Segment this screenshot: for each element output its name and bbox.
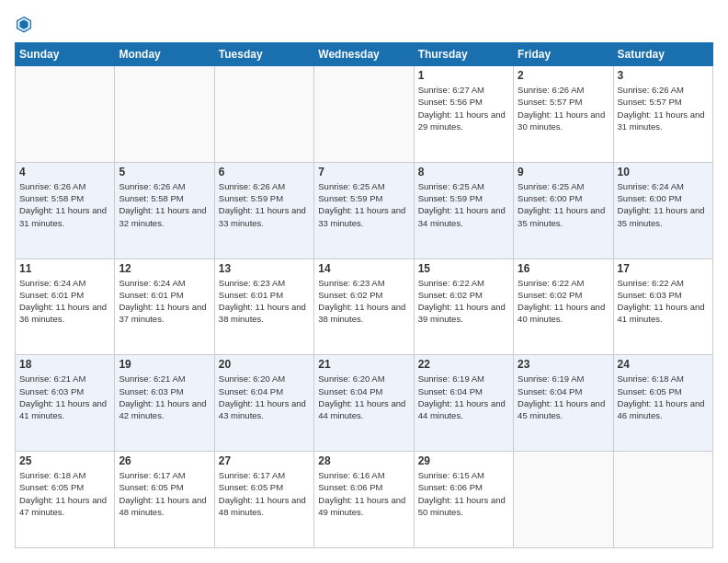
- calendar-week-row: 11Sunrise: 6:24 AM Sunset: 6:01 PM Dayli…: [16, 259, 713, 355]
- day-number: 23: [518, 358, 609, 371]
- calendar-week-row: 1Sunrise: 6:27 AM Sunset: 5:56 PM Daylig…: [16, 66, 713, 163]
- day-number: 19: [119, 358, 210, 371]
- calendar-cell: 28Sunrise: 6:16 AM Sunset: 6:06 PM Dayli…: [314, 452, 414, 548]
- calendar-cell: 23Sunrise: 6:19 AM Sunset: 6:04 PM Dayli…: [514, 355, 613, 452]
- day-number: 12: [119, 262, 210, 275]
- day-number: 25: [19, 454, 110, 467]
- day-number: 17: [618, 262, 709, 275]
- cell-info: Sunrise: 6:18 AM Sunset: 6:05 PM Dayligh…: [618, 373, 709, 421]
- day-of-week-header: Thursday: [414, 43, 513, 66]
- day-number: 15: [418, 262, 509, 275]
- calendar-cell: 5Sunrise: 6:26 AM Sunset: 5:58 PM Daylig…: [115, 162, 214, 259]
- cell-info: Sunrise: 6:26 AM Sunset: 5:58 PM Dayligh…: [19, 180, 110, 229]
- svg-marker-1: [19, 19, 28, 29]
- day-of-week-header: Sunday: [16, 43, 115, 66]
- calendar-cell: 20Sunrise: 6:20 AM Sunset: 6:04 PM Dayli…: [214, 355, 313, 452]
- calendar-cell: 1Sunrise: 6:27 AM Sunset: 5:56 PM Daylig…: [414, 66, 513, 163]
- calendar-cell: 11Sunrise: 6:24 AM Sunset: 6:01 PM Dayli…: [16, 259, 115, 355]
- cell-info: Sunrise: 6:22 AM Sunset: 6:02 PM Dayligh…: [518, 277, 609, 326]
- day-of-week-header: Monday: [115, 43, 214, 66]
- cell-info: Sunrise: 6:17 AM Sunset: 6:05 PM Dayligh…: [219, 469, 310, 518]
- day-number: 27: [219, 454, 310, 467]
- calendar-cell: 10Sunrise: 6:24 AM Sunset: 6:00 PM Dayli…: [613, 162, 712, 259]
- cell-info: Sunrise: 6:24 AM Sunset: 6:01 PM Dayligh…: [19, 277, 110, 326]
- cell-info: Sunrise: 6:26 AM Sunset: 5:57 PM Dayligh…: [518, 84, 609, 132]
- day-number: 26: [119, 454, 210, 467]
- cell-info: Sunrise: 6:25 AM Sunset: 5:59 PM Dayligh…: [418, 180, 509, 229]
- cell-info: Sunrise: 6:19 AM Sunset: 6:04 PM Dayligh…: [418, 373, 509, 421]
- day-number: 16: [518, 262, 609, 275]
- cell-info: Sunrise: 6:24 AM Sunset: 6:01 PM Dayligh…: [119, 277, 210, 326]
- cell-info: Sunrise: 6:26 AM Sunset: 5:58 PM Dayligh…: [119, 180, 210, 229]
- day-number: 24: [618, 358, 709, 371]
- calendar-cell: 22Sunrise: 6:19 AM Sunset: 6:04 PM Dayli…: [414, 355, 513, 452]
- day-number: 4: [19, 166, 110, 178]
- calendar-header-row: SundayMondayTuesdayWednesdayThursdayFrid…: [16, 43, 713, 66]
- cell-info: Sunrise: 6:27 AM Sunset: 5:56 PM Dayligh…: [418, 84, 509, 132]
- cell-info: Sunrise: 6:15 AM Sunset: 6:06 PM Dayligh…: [418, 469, 509, 518]
- calendar-cell: 17Sunrise: 6:22 AM Sunset: 6:03 PM Dayli…: [613, 259, 712, 355]
- day-number: 10: [618, 166, 709, 178]
- calendar-week-row: 18Sunrise: 6:21 AM Sunset: 6:03 PM Dayli…: [16, 355, 713, 452]
- day-of-week-header: Friday: [514, 43, 613, 66]
- cell-info: Sunrise: 6:17 AM Sunset: 6:05 PM Dayligh…: [119, 469, 210, 518]
- calendar-cell: 2Sunrise: 6:26 AM Sunset: 5:57 PM Daylig…: [514, 66, 613, 163]
- day-number: 8: [418, 166, 509, 178]
- calendar-cell: 14Sunrise: 6:23 AM Sunset: 6:02 PM Dayli…: [314, 259, 414, 355]
- calendar-cell: 8Sunrise: 6:25 AM Sunset: 5:59 PM Daylig…: [414, 162, 513, 259]
- calendar-cell: 9Sunrise: 6:25 AM Sunset: 6:00 PM Daylig…: [514, 162, 613, 259]
- day-number: 28: [318, 454, 409, 467]
- day-of-week-header: Tuesday: [214, 43, 313, 66]
- cell-info: Sunrise: 6:24 AM Sunset: 6:00 PM Dayligh…: [618, 180, 709, 229]
- calendar-cell: [314, 66, 414, 163]
- calendar-cell: 4Sunrise: 6:26 AM Sunset: 5:58 PM Daylig…: [16, 162, 115, 259]
- day-number: 3: [618, 69, 709, 82]
- cell-info: Sunrise: 6:26 AM Sunset: 5:59 PM Dayligh…: [219, 180, 310, 229]
- cell-info: Sunrise: 6:23 AM Sunset: 6:02 PM Dayligh…: [318, 277, 409, 326]
- calendar-cell: 19Sunrise: 6:21 AM Sunset: 6:03 PM Dayli…: [115, 355, 214, 452]
- page: SundayMondayTuesdayWednesdayThursdayFrid…: [0, 0, 728, 563]
- calendar-cell: 21Sunrise: 6:20 AM Sunset: 6:04 PM Dayli…: [314, 355, 414, 452]
- day-number: 13: [219, 262, 310, 275]
- cell-info: Sunrise: 6:23 AM Sunset: 6:01 PM Dayligh…: [219, 277, 310, 326]
- cell-info: Sunrise: 6:21 AM Sunset: 6:03 PM Dayligh…: [19, 373, 110, 421]
- day-number: 7: [318, 166, 409, 178]
- calendar-cell: [115, 66, 214, 163]
- day-number: 11: [19, 262, 110, 275]
- logo-icon: [15, 15, 33, 33]
- cell-info: Sunrise: 6:16 AM Sunset: 6:06 PM Dayligh…: [318, 469, 409, 518]
- header: [15, 15, 713, 33]
- day-number: 22: [418, 358, 509, 371]
- calendar-cell: 13Sunrise: 6:23 AM Sunset: 6:01 PM Dayli…: [214, 259, 313, 355]
- calendar-cell: 12Sunrise: 6:24 AM Sunset: 6:01 PM Dayli…: [115, 259, 214, 355]
- calendar-cell: 18Sunrise: 6:21 AM Sunset: 6:03 PM Dayli…: [16, 355, 115, 452]
- calendar-cell: [613, 452, 712, 548]
- calendar-cell: 15Sunrise: 6:22 AM Sunset: 6:02 PM Dayli…: [414, 259, 513, 355]
- calendar-cell: 6Sunrise: 6:26 AM Sunset: 5:59 PM Daylig…: [214, 162, 313, 259]
- calendar-week-row: 25Sunrise: 6:18 AM Sunset: 6:05 PM Dayli…: [16, 452, 713, 548]
- calendar-cell: [514, 452, 613, 548]
- calendar-cell: 7Sunrise: 6:25 AM Sunset: 5:59 PM Daylig…: [314, 162, 414, 259]
- day-number: 2: [518, 69, 609, 82]
- cell-info: Sunrise: 6:20 AM Sunset: 6:04 PM Dayligh…: [318, 373, 409, 421]
- calendar-cell: [214, 66, 313, 163]
- day-number: 14: [318, 262, 409, 275]
- cell-info: Sunrise: 6:19 AM Sunset: 6:04 PM Dayligh…: [518, 373, 609, 421]
- cell-info: Sunrise: 6:20 AM Sunset: 6:04 PM Dayligh…: [219, 373, 310, 421]
- calendar-cell: 25Sunrise: 6:18 AM Sunset: 6:05 PM Dayli…: [16, 452, 115, 548]
- calendar-cell: 29Sunrise: 6:15 AM Sunset: 6:06 PM Dayli…: [414, 452, 513, 548]
- calendar-table: SundayMondayTuesdayWednesdayThursdayFrid…: [15, 42, 713, 548]
- cell-info: Sunrise: 6:21 AM Sunset: 6:03 PM Dayligh…: [119, 373, 210, 421]
- logo: [15, 15, 37, 33]
- day-number: 20: [219, 358, 310, 371]
- day-number: 21: [318, 358, 409, 371]
- cell-info: Sunrise: 6:26 AM Sunset: 5:57 PM Dayligh…: [618, 84, 709, 132]
- day-of-week-header: Saturday: [613, 43, 712, 66]
- day-of-week-header: Wednesday: [314, 43, 414, 66]
- cell-info: Sunrise: 6:25 AM Sunset: 5:59 PM Dayligh…: [318, 180, 409, 229]
- calendar-cell: [16, 66, 115, 163]
- cell-info: Sunrise: 6:18 AM Sunset: 6:05 PM Dayligh…: [19, 469, 110, 518]
- day-number: 1: [418, 69, 509, 82]
- cell-info: Sunrise: 6:22 AM Sunset: 6:03 PM Dayligh…: [618, 277, 709, 326]
- day-number: 6: [219, 166, 310, 178]
